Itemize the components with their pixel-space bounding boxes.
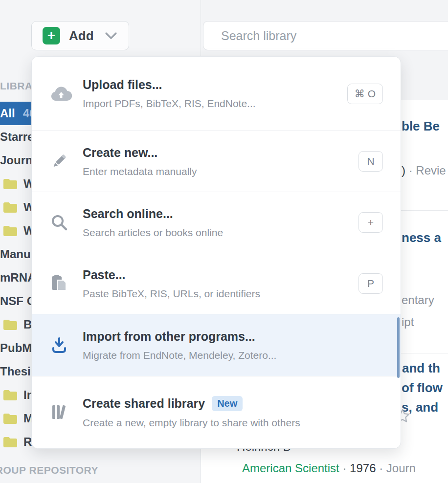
chevron-down-icon xyxy=(105,32,117,40)
download-import-icon xyxy=(50,336,72,354)
menu-item-subtitle: Paste BibTeX, RIS, URLs, or identifiers xyxy=(83,288,358,300)
search-icon xyxy=(50,214,72,231)
folder-icon xyxy=(3,437,18,447)
paper-year: ) xyxy=(402,164,405,177)
new-badge: New xyxy=(212,396,243,411)
menu-item-upload-files[interactable]: Upload files... Import PDFs, BibTeX, RIS… xyxy=(32,57,401,131)
sidebar-item-label: NSF G xyxy=(0,294,36,308)
add-dropdown-menu: Upload files... Import PDFs, BibTeX, RIS… xyxy=(31,56,401,449)
sidebar-section-group-repository: GROUP REPOSITORY xyxy=(0,464,98,476)
folder-icon xyxy=(3,178,18,189)
library-books-icon xyxy=(50,403,72,421)
paper-meta: ) · Revie xyxy=(402,164,446,177)
shortcut-badge: N xyxy=(358,151,383,172)
menu-scrollbar-thumb[interactable] xyxy=(397,317,400,378)
paper-title[interactable]: and th xyxy=(402,361,440,376)
folder-icon xyxy=(3,390,18,400)
menu-item-title: Search online... xyxy=(83,207,358,221)
menu-item-subtitle: Create a new, empty library to share wit… xyxy=(83,417,383,429)
folder-icon xyxy=(3,202,18,213)
menu-item-title: Create new... xyxy=(83,146,358,160)
app-window: LIBRARY All 46 Starre Journ We We We Man… xyxy=(0,0,448,483)
search-input[interactable] xyxy=(220,22,427,50)
menu-item-create-new[interactable]: Create new... Enter metadata manually N xyxy=(32,131,401,192)
paper-year: 1976 xyxy=(350,461,376,475)
sidebar-item-label: All xyxy=(0,107,15,120)
paper-title[interactable]: of flow xyxy=(402,380,443,395)
journal-name[interactable]: American Scientist xyxy=(242,461,339,475)
sidebar-item-label: Manu xyxy=(0,247,31,261)
paper-title[interactable]: ble Be xyxy=(402,119,440,134)
paper-type: · Revie xyxy=(405,164,446,177)
shortcut-badge: ⌘ O xyxy=(347,84,383,104)
paper-meta: entary xyxy=(402,293,434,307)
sidebar-item-label: PubM xyxy=(0,341,32,355)
paste-clipboard-icon xyxy=(50,274,72,293)
sidebar-item-label: mRNA xyxy=(0,271,36,285)
menu-item-subtitle: Migrate from EndNote, Mendeley, Zotero..… xyxy=(83,350,383,361)
shortcut-badge: P xyxy=(358,273,383,294)
menu-item-title: Upload files... xyxy=(83,78,347,92)
pencil-icon xyxy=(50,153,72,170)
shortcut-badge: + xyxy=(358,212,383,233)
menu-item-title: Paste... xyxy=(83,268,358,282)
menu-item-subtitle: Search articles or books online xyxy=(83,227,358,239)
menu-item-create-shared-library[interactable]: Create shared library New Create a new, … xyxy=(32,376,401,448)
menu-item-title: Import from other programs... xyxy=(83,329,383,344)
menu-item-subtitle: Enter metadata manually xyxy=(83,166,358,177)
menu-item-import-from-other-programs[interactable]: Import from other programs... Migrate fr… xyxy=(32,314,401,376)
sidebar-item-label: Journ xyxy=(0,154,33,167)
sidebar-item-label: Starre xyxy=(0,130,34,144)
search-bar xyxy=(203,21,448,50)
paper-meta: ipt xyxy=(402,315,414,329)
menu-item-title: Create shared library xyxy=(83,396,205,411)
paper-title[interactable]: ness a xyxy=(402,230,441,245)
add-button[interactable]: + Add xyxy=(31,21,129,50)
sidebar-item-label: Thesi xyxy=(0,365,31,378)
add-button-label: Add xyxy=(69,28,94,44)
dot-separator: · xyxy=(376,461,386,475)
paper-journal-line: American Scientist · 1976 · Journ xyxy=(242,461,416,475)
menu-item-paste[interactable]: Paste... Paste BibTeX, RIS, URLs, or ide… xyxy=(32,253,401,314)
plus-icon: + xyxy=(43,27,60,44)
menu-item-search-online[interactable]: Search online... Search articles or book… xyxy=(32,192,401,253)
folder-icon xyxy=(3,319,18,330)
menu-item-subtitle: Import PDFs, BibTeX, RIS, EndNote... xyxy=(83,98,347,110)
cloud-upload-icon xyxy=(50,86,72,102)
folder-icon xyxy=(3,413,18,424)
dot-separator: · xyxy=(342,461,350,475)
paper-type: Journ xyxy=(386,461,416,475)
folder-icon xyxy=(3,225,18,236)
